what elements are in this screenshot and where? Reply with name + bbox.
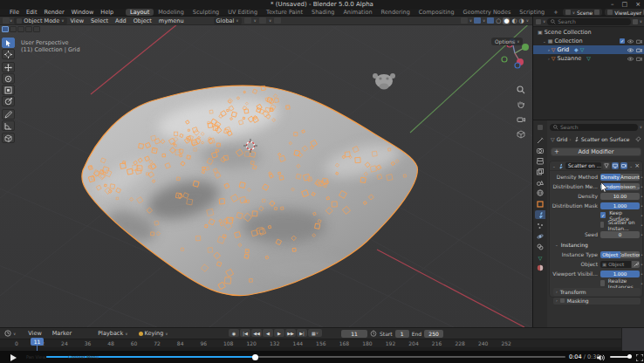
tab-compositing[interactable]: Compositing bbox=[414, 9, 459, 16]
playhead[interactable]: 11 bbox=[31, 338, 44, 346]
disable-render-camera-icon[interactable] bbox=[636, 39, 642, 44]
tab-tool[interactable] bbox=[535, 136, 545, 145]
tab-render[interactable] bbox=[535, 147, 545, 155]
menu-window[interactable]: Window bbox=[68, 9, 98, 16]
tab-object-data[interactable]: ▽ bbox=[535, 253, 545, 262]
realize-instances-checkbox[interactable] bbox=[600, 280, 605, 286]
distribution-mask-slider[interactable]: 1.000 bbox=[600, 202, 640, 209]
tool-move[interactable] bbox=[2, 62, 15, 72]
tab-material[interactable] bbox=[535, 264, 545, 272]
tool-select-box[interactable] bbox=[2, 38, 15, 48]
masking-checkbox[interactable] bbox=[560, 298, 565, 303]
scatter-on-instances-checkbox[interactable] bbox=[600, 222, 604, 228]
display-render-icon[interactable] bbox=[620, 162, 627, 169]
options-dropdown[interactable]: Options ∨ bbox=[491, 38, 523, 45]
toggle-orthographic-button[interactable] bbox=[515, 128, 526, 140]
sync-dropdown[interactable]: ▦ ∨ bbox=[308, 329, 322, 337]
tool-measure[interactable] bbox=[2, 120, 15, 131]
option-amount[interactable]: Amount bbox=[620, 174, 641, 181]
hide-eye-icon[interactable] bbox=[627, 39, 634, 44]
pivot-point-icon[interactable] bbox=[244, 17, 251, 24]
modifier-extras-caret-icon[interactable]: ⌄ bbox=[629, 164, 633, 168]
play-forward-button[interactable]: ▶ bbox=[274, 329, 284, 337]
close-button[interactable]: × bbox=[635, 0, 641, 9]
record-button[interactable]: ◉ bbox=[229, 329, 239, 337]
tab-view-layer[interactable] bbox=[535, 168, 545, 176]
gizmo-y-axis[interactable] bbox=[522, 44, 529, 51]
tab-layout[interactable]: Layout bbox=[126, 9, 154, 16]
viewport-menu-view[interactable]: View bbox=[67, 17, 87, 24]
zoom-view-button[interactable] bbox=[515, 84, 526, 95]
viewport-3d[interactable]: ∨ Object Mode ∨ View Select Add Object m… bbox=[0, 17, 532, 327]
tab-uv-editing[interactable]: UV Editing bbox=[223, 9, 262, 16]
end-frame-field[interactable]: 250 bbox=[424, 330, 443, 338]
tab-rendering[interactable]: Rendering bbox=[377, 9, 414, 16]
hide-eye-icon[interactable] bbox=[627, 48, 634, 52]
decorator-dot[interactable]: • bbox=[640, 213, 644, 218]
decorator-dot[interactable]: • bbox=[640, 194, 644, 199]
current-frame-field[interactable]: 11 bbox=[341, 330, 367, 338]
outliner-row-scene-collection[interactable]: ▣ Scene Collection bbox=[533, 28, 644, 37]
decorator-dot[interactable]: • bbox=[640, 262, 644, 267]
outliner-search-input[interactable]: Search bbox=[547, 18, 630, 25]
expand-caret-icon[interactable]: › bbox=[548, 48, 550, 52]
viewport-menu-add[interactable]: Add bbox=[112, 17, 130, 24]
volume-icon[interactable] bbox=[597, 354, 606, 361]
decorator-dot[interactable]: • bbox=[640, 223, 644, 228]
outliner-filter-icon[interactable] bbox=[633, 19, 638, 24]
timeline-menu-marker[interactable]: Marker bbox=[47, 330, 77, 337]
xray-toggle-icon[interactable] bbox=[487, 17, 494, 24]
transform-orientation-selector[interactable]: Global ∨ bbox=[214, 17, 242, 24]
jump-to-end-button[interactable]: ▶| bbox=[297, 329, 307, 337]
tab-output[interactable] bbox=[535, 157, 545, 166]
tab-sculpting[interactable]: Sculpting bbox=[188, 9, 223, 16]
new-scene-icon[interactable] bbox=[594, 10, 599, 15]
decorator-dot[interactable]: • bbox=[640, 175, 644, 180]
volume-handle[interactable] bbox=[627, 354, 632, 359]
tab-scene[interactable] bbox=[535, 178, 545, 187]
camera-view-button[interactable] bbox=[515, 113, 526, 125]
breadcrumb-modifier[interactable]: Scatter on Surface bbox=[581, 136, 630, 142]
tab-particles[interactable] bbox=[535, 222, 545, 230]
decorator-dot[interactable]: • bbox=[640, 184, 644, 189]
tab-constraints[interactable] bbox=[535, 243, 545, 251]
option-object[interactable]: Object bbox=[600, 251, 620, 258]
show-in-editmode-icon[interactable] bbox=[603, 162, 610, 169]
modifier-expand-caret-icon[interactable]: ⌄ bbox=[552, 164, 556, 168]
viewport-menu-object[interactable]: Object bbox=[130, 17, 155, 24]
decorator-dot[interactable]: • bbox=[640, 203, 644, 209]
decorator-dot[interactable]: • bbox=[640, 232, 644, 237]
add-modifier-button[interactable]: + Add Modifier bbox=[551, 147, 641, 156]
pan-view-button[interactable] bbox=[515, 99, 526, 110]
tab-world[interactable] bbox=[535, 188, 545, 197]
shading-solid-icon[interactable]: ● bbox=[503, 17, 510, 24]
instancing-section-header[interactable]: ⌄ Instancing bbox=[550, 241, 644, 249]
outliner-display-mode-icon[interactable] bbox=[536, 19, 541, 24]
tab-geometry-nodes[interactable]: Geometry Nodes bbox=[459, 9, 516, 16]
seed-value-field[interactable]: 0 bbox=[600, 231, 640, 238]
viewport-menu-select[interactable]: Select bbox=[87, 17, 112, 24]
menu-edit[interactable]: Edit bbox=[23, 9, 41, 16]
expand-caret-icon[interactable]: › bbox=[548, 57, 550, 61]
properties-editor-type-icon[interactable] bbox=[535, 123, 545, 132]
autokey-icon[interactable] bbox=[139, 332, 143, 336]
add-workspace-button[interactable]: + bbox=[549, 9, 562, 16]
jump-to-start-button[interactable]: |◀ bbox=[240, 329, 250, 337]
outliner-row-suzanne[interactable]: › ▽ Suzanne ▽ bbox=[533, 54, 644, 63]
tool-cursor[interactable] bbox=[2, 49, 15, 59]
playback-menu[interactable]: Playback∨ bbox=[92, 330, 133, 337]
tab-physics[interactable] bbox=[535, 232, 545, 241]
play-reverse-button[interactable]: ◀ bbox=[263, 329, 273, 337]
collection-checkbox[interactable]: ✓ bbox=[620, 38, 625, 44]
keep-surface-checkbox[interactable]: ✓ bbox=[600, 212, 606, 218]
tool-option-icon-4[interactable] bbox=[33, 26, 40, 32]
properties-search-input[interactable]: Search bbox=[550, 124, 638, 131]
density-value-field[interactable]: 10.00 bbox=[600, 193, 640, 200]
viewport-visibility-slider[interactable]: 1.000 bbox=[600, 271, 640, 277]
option-poisson[interactable]: Poisson ... bbox=[620, 183, 641, 190]
next-keyframe-button[interactable]: ▶▶ bbox=[285, 329, 296, 337]
breadcrumb-object[interactable]: Grid bbox=[557, 136, 568, 142]
masking-section-header[interactable]: › Masking bbox=[553, 298, 641, 305]
tab-modifiers[interactable] bbox=[535, 210, 545, 219]
decorator-dot[interactable]: • bbox=[640, 252, 644, 257]
